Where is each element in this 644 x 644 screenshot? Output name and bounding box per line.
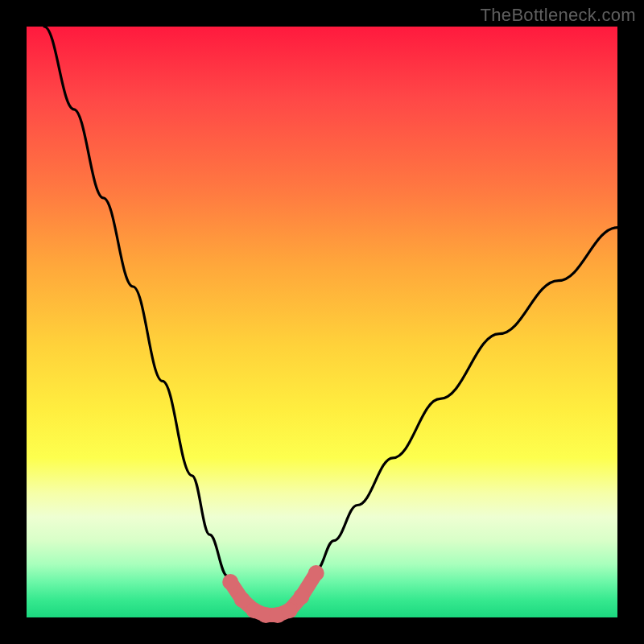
plot-area (27, 27, 617, 617)
watermark-text: TheBottleneck.com (481, 5, 636, 26)
marker-dot (308, 565, 324, 581)
bottom-marker-group (222, 565, 324, 623)
chart-svg (27, 27, 617, 617)
marker-dot (222, 574, 238, 590)
bottleneck-curve (44, 27, 617, 616)
marker-dot (282, 602, 298, 618)
marker-dot (293, 588, 309, 605)
outer-frame: TheBottleneck.com (0, 0, 644, 644)
